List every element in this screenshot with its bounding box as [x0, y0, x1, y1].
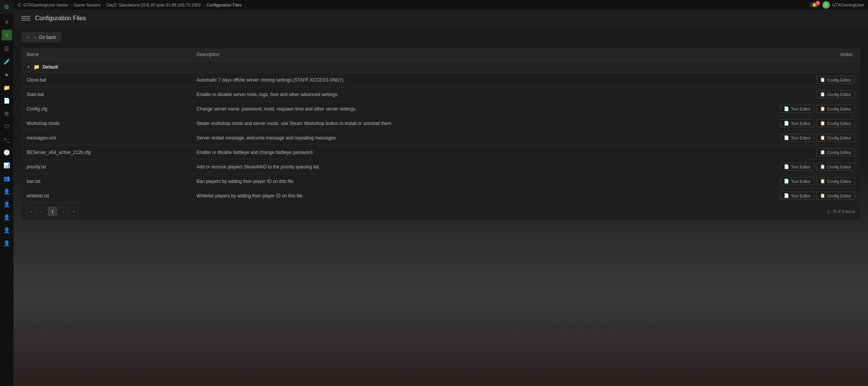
- sidebar-toggle[interactable]: ≡: [0, 16, 14, 28]
- col-action-header: Action: [662, 48, 861, 61]
- notification-count: 0: [815, 1, 820, 5]
- file-action-cell: 📋 Config Editor: [662, 145, 861, 160]
- text-editor-button[interactable]: 📄 Text Editor: [780, 105, 814, 113]
- breadcrumb-current: Configuration Files: [207, 3, 242, 7]
- file-action-cell: 📋 Config Editor: [662, 73, 861, 87]
- sidebar-icon-group[interactable]: 👥: [0, 172, 14, 184]
- first-page-button[interactable]: «: [27, 207, 36, 216]
- text-editor-button[interactable]: 📄 Text Editor: [780, 163, 814, 171]
- text-editor-button[interactable]: 📄 Text Editor: [780, 177, 814, 185]
- sidebar-icon-shield[interactable]: 🛡: [0, 120, 14, 133]
- config-icon: 📋: [820, 135, 825, 140]
- table-row: whitelist.txtWhitelist players by adding…: [21, 189, 860, 203]
- sidebar-icon-folder[interactable]: 📁: [0, 82, 14, 94]
- text-editor-button[interactable]: 📄 Text Editor: [780, 119, 814, 127]
- sidebar-icon-clock[interactable]: 🕐: [0, 146, 14, 159]
- sidebar-icon-user3[interactable]: 👤: [0, 211, 14, 223]
- file-description-cell: Server restart message, welcome message …: [191, 131, 661, 145]
- breadcrumb-sep-1: ›: [70, 3, 71, 7]
- table-row: messages.xmlServer restart message, welc…: [21, 131, 860, 145]
- sidebar-icon-user5[interactable]: 👤: [0, 237, 14, 249]
- table-row: priority.txtAdd or remove players Steam6…: [21, 160, 860, 174]
- group-header-cell: ▼ 📁 Default: [21, 61, 860, 73]
- config-editor-button[interactable]: 📋 Config Editor: [816, 163, 855, 171]
- next-page-button[interactable]: ›: [59, 207, 68, 216]
- file-action-cell: 📋 Config Editor: [662, 87, 861, 102]
- file-description-cell: Enable or disable battleye and change ba…: [191, 145, 661, 160]
- menu-toggle-icon[interactable]: [21, 14, 30, 23]
- breadcrumb-sep-3: ›: [203, 3, 204, 7]
- sidebar-icon-dashboard[interactable]: ⊞: [2, 30, 12, 40]
- prev-page-button[interactable]: ‹: [37, 207, 46, 216]
- sidebar-icon-user2[interactable]: 👤: [0, 198, 14, 210]
- file-action-cell: 📄 Text Editor📋 Config Editor: [662, 131, 861, 145]
- config-editor-button[interactable]: 📋 Config Editor: [816, 192, 855, 200]
- sidebar-icon-chart[interactable]: 📊: [0, 159, 14, 171]
- breadcrumb-home[interactable]: GTXGamingUser Home: [23, 3, 68, 7]
- table-row: ban.txtBan players by adding their playe…: [21, 174, 860, 189]
- file-name-cell: whitelist.txt: [21, 189, 191, 203]
- col-name-header: Name: [21, 48, 191, 61]
- config-icon: 📋: [820, 179, 825, 184]
- config-editor-button[interactable]: 📋 Config Editor: [816, 76, 855, 84]
- file-description-cell: Add or remove players Steam64ID to the p…: [191, 160, 661, 174]
- file-action-cell: 📄 Text Editor📋 Config Editor: [662, 160, 861, 174]
- config-editor-button[interactable]: 📋 Config Editor: [816, 105, 855, 113]
- file-description-cell: Whitelist players by adding their player…: [191, 189, 661, 203]
- config-editor-button[interactable]: 📋 Config Editor: [816, 90, 855, 98]
- file-action-cell: 📄 Text Editor📋 Config Editor: [662, 189, 861, 203]
- config-icon: 📋: [820, 164, 825, 169]
- text-editor-button[interactable]: 📄 Text Editor: [780, 192, 814, 200]
- file-text-icon: 📄: [784, 164, 789, 169]
- go-back-label: ← Go back: [33, 35, 56, 40]
- breadcrumb-game-servers[interactable]: Game Servers: [73, 3, 101, 7]
- table-row: BEServer_x64_active_212b.cfgEnable or di…: [21, 145, 860, 160]
- breadcrumb-server[interactable]: DayZ: Standalone [G3] 20 slots 51.89.169…: [107, 3, 201, 7]
- sidebar-icon-star[interactable]: ★: [0, 69, 14, 81]
- file-name-cell: Clone.bat: [21, 73, 191, 87]
- go-back-button[interactable]: ← ← Go back: [21, 32, 61, 42]
- col-description-header: Description: [191, 48, 661, 61]
- username: GTXGamingUser: [832, 3, 864, 7]
- file-name-cell: Start.bat: [21, 87, 191, 102]
- config-icon: 📋: [820, 92, 825, 97]
- sidebar-icon-file[interactable]: 📄: [0, 94, 14, 107]
- last-page-button[interactable]: »: [69, 207, 78, 216]
- config-editor-button[interactable]: 📋 Config Editor: [816, 148, 855, 156]
- group-label: Default: [43, 64, 58, 70]
- breadcrumb-sep-2: ›: [103, 3, 104, 7]
- file-action-cell: 📄 Text Editor📋 Config Editor: [662, 116, 861, 131]
- file-name-cell: messages.xml: [21, 131, 191, 145]
- config-icon: 📋: [820, 193, 825, 198]
- notification-bell[interactable]: 🔔 0: [810, 2, 819, 7]
- sidebar-logo[interactable]: G: [0, 0, 14, 14]
- table-row: Config.cfgChange server name, password, …: [21, 102, 860, 116]
- file-description-cell: Automatic 7 days offsite server cloning …: [191, 73, 661, 87]
- user-info[interactable]: G GTXGamingUser: [822, 1, 864, 9]
- config-icon: 📋: [820, 77, 825, 82]
- sidebar-icon-settings[interactable]: ⚙: [0, 107, 14, 120]
- file-text-icon: 📄: [784, 135, 789, 140]
- sidebar-icon-list[interactable]: ☰: [0, 43, 14, 55]
- table-row: Clone.batAutomatic 7 days offsite server…: [21, 73, 860, 87]
- file-action-cell: 📄 Text Editor📋 Config Editor: [662, 174, 861, 189]
- sidebar-icon-user4[interactable]: 👤: [0, 224, 14, 236]
- avatar: G: [822, 1, 830, 9]
- sidebar-icon-terminal[interactable]: >_: [0, 133, 14, 146]
- config-editor-button[interactable]: 📋 Config Editor: [816, 119, 855, 127]
- sidebar-icon-flask[interactable]: 🧪: [0, 56, 14, 68]
- breadcrumb-icon: G: [18, 2, 21, 8]
- collapse-icon[interactable]: ▼: [27, 65, 30, 69]
- file-text-icon: 📄: [784, 193, 789, 198]
- file-name-cell: priority.txt: [21, 160, 191, 174]
- file-name-cell: BEServer_x64_active_212b.cfg: [21, 145, 191, 160]
- file-description-cell: Enable or disable server tools, logs, hi…: [191, 87, 661, 102]
- config-editor-button[interactable]: 📋 Config Editor: [816, 177, 855, 185]
- file-text-icon: 📄: [784, 106, 789, 111]
- page-1-button[interactable]: 1: [48, 207, 57, 216]
- table-row: Workshop.modsSteam workshop mods and ser…: [21, 116, 860, 131]
- text-editor-button[interactable]: 📄 Text Editor: [780, 134, 814, 142]
- sidebar-icon-user1[interactable]: 👤: [0, 185, 14, 197]
- folder-icon: 📁: [34, 64, 40, 70]
- config-editor-button[interactable]: 📋 Config Editor: [816, 134, 855, 142]
